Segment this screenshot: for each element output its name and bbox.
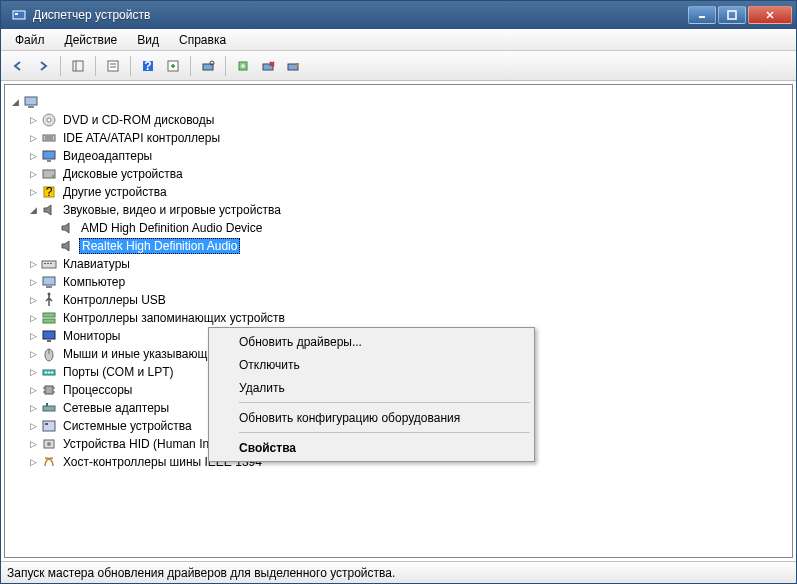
svg-rect-44	[47, 340, 51, 342]
expand-icon[interactable]: ▷	[27, 366, 39, 378]
scan-hardware-button[interactable]	[197, 55, 219, 77]
svg-rect-42	[43, 319, 55, 323]
disable-button[interactable]	[282, 55, 304, 77]
category-icon	[41, 112, 57, 128]
menu-action[interactable]: Действие	[57, 31, 126, 49]
expand-icon[interactable]: ▷	[27, 150, 39, 162]
svg-rect-56	[43, 406, 55, 411]
expand-icon[interactable]: ▷	[27, 312, 39, 324]
category-label[interactable]: Мониторы	[61, 329, 122, 343]
tree-root[interactable]: ◢	[9, 93, 788, 111]
category-label[interactable]: Системные устройства	[61, 419, 194, 433]
show-hide-tree-button[interactable]	[67, 55, 89, 77]
category-icon	[41, 166, 57, 182]
expand-icon[interactable]: ▷	[27, 132, 39, 144]
expand-icon[interactable]: ▷	[27, 114, 39, 126]
svg-rect-38	[43, 277, 55, 285]
sound-icon	[59, 220, 75, 236]
device-node[interactable]: AMD High Definition Audio Device	[9, 219, 788, 237]
minimize-button[interactable]	[688, 6, 716, 24]
context-menu-item[interactable]: Удалить	[211, 376, 532, 399]
expand-icon[interactable]: ▷	[27, 168, 39, 180]
category-label[interactable]: Порты (COM и LPT)	[61, 365, 176, 379]
device-manager-window: Диспетчер устройств Файл Действие Вид Сп…	[0, 0, 797, 584]
expand-icon[interactable]: ▷	[27, 402, 39, 414]
expand-icon[interactable]: ▷	[27, 384, 39, 396]
svg-rect-37	[50, 263, 52, 264]
collapse-icon[interactable]: ◢	[9, 96, 21, 108]
category-label[interactable]: Видеоадаптеры	[61, 149, 154, 163]
device-node[interactable]: Realtek High Definition Audio	[9, 237, 788, 255]
category-icon	[41, 454, 57, 470]
expand-icon[interactable]: ▷	[27, 186, 39, 198]
category-node[interactable]: ◢Звуковые, видео и игровые устройства	[9, 201, 788, 219]
category-label[interactable]: DVD и CD-ROM дисководы	[61, 113, 216, 127]
back-button[interactable]	[7, 55, 29, 77]
device-tree[interactable]: ◢▷DVD и CD-ROM дисководы▷IDE ATA/ATAPI к…	[4, 84, 793, 558]
category-icon	[41, 364, 57, 380]
statusbar: Запуск мастера обновления драйверов для …	[1, 561, 796, 583]
context-menu-item[interactable]: Отключить	[211, 353, 532, 376]
category-label[interactable]: Клавиатуры	[61, 257, 132, 271]
svg-rect-43	[43, 331, 55, 339]
close-button[interactable]	[748, 6, 792, 24]
svg-rect-28	[43, 151, 55, 159]
category-node[interactable]: ▷Видеоадаптеры	[9, 147, 788, 165]
category-icon	[41, 148, 57, 164]
category-label[interactable]: Контроллеры USB	[61, 293, 168, 307]
category-node[interactable]: ▷Компьютер	[9, 273, 788, 291]
svg-rect-0	[13, 11, 25, 19]
category-icon	[41, 436, 57, 452]
category-label[interactable]: Процессоры	[61, 383, 135, 397]
svg-rect-22	[28, 106, 34, 108]
category-node[interactable]: ▷Клавиатуры	[9, 255, 788, 273]
expand-icon[interactable]: ▷	[27, 294, 39, 306]
category-node[interactable]: ▷Дисковые устройства	[9, 165, 788, 183]
uninstall-button[interactable]	[257, 55, 279, 77]
expand-icon[interactable]: ▷	[27, 330, 39, 342]
forward-button[interactable]	[32, 55, 54, 77]
category-label[interactable]: Компьютер	[61, 275, 127, 289]
category-node[interactable]: ▷?Другие устройства	[9, 183, 788, 201]
expand-icon[interactable]: ▷	[27, 276, 39, 288]
help-button[interactable]: ?	[137, 55, 159, 77]
category-node[interactable]: ▷DVD и CD-ROM дисководы	[9, 111, 788, 129]
context-menu: Обновить драйверы...ОтключитьУдалитьОбно…	[208, 327, 535, 462]
expand-icon[interactable]: ▷	[27, 456, 39, 468]
device-label[interactable]: Realtek High Definition Audio	[79, 238, 240, 254]
category-label[interactable]: Другие устройства	[61, 185, 169, 199]
category-label[interactable]: Дисковые устройства	[61, 167, 185, 181]
svg-rect-25	[43, 135, 55, 141]
maximize-button[interactable]	[718, 6, 746, 24]
device-label[interactable]: AMD High Definition Audio Device	[79, 221, 264, 235]
expand-icon[interactable]: ▷	[27, 420, 39, 432]
category-label[interactable]: Звуковые, видео и игровые устройства	[61, 203, 283, 217]
titlebar[interactable]: Диспетчер устройств	[1, 1, 796, 29]
category-node[interactable]: ▷Контроллеры USB	[9, 291, 788, 309]
properties-button[interactable]	[102, 55, 124, 77]
svg-rect-59	[45, 423, 48, 425]
collapse-icon[interactable]: ◢	[27, 204, 39, 216]
expand-icon[interactable]: ▷	[27, 348, 39, 360]
action-button[interactable]	[162, 55, 184, 77]
menu-help[interactable]: Справка	[171, 31, 234, 49]
svg-text:?: ?	[46, 185, 53, 199]
expand-icon[interactable]: ▷	[27, 258, 39, 270]
menu-view[interactable]: Вид	[129, 31, 167, 49]
svg-rect-1	[15, 13, 18, 15]
category-label[interactable]: IDE ATA/ATAPI контроллеры	[61, 131, 222, 145]
svg-point-49	[48, 372, 50, 374]
category-label[interactable]: Сетевые адаптеры	[61, 401, 171, 415]
category-label[interactable]: Контроллеры запоминающих устройств	[61, 311, 287, 325]
svg-rect-51	[45, 386, 53, 394]
update-driver-button[interactable]	[232, 55, 254, 77]
expand-icon[interactable]: ▷	[27, 438, 39, 450]
context-menu-item[interactable]: Обновить конфигурацию оборудования	[211, 406, 532, 429]
category-node[interactable]: ▷Контроллеры запоминающих устройств	[9, 309, 788, 327]
context-menu-item[interactable]: Обновить драйверы...	[211, 330, 532, 353]
menu-file[interactable]: Файл	[7, 31, 53, 49]
category-icon	[41, 346, 57, 362]
context-menu-item[interactable]: Свойства	[211, 436, 532, 459]
category-node[interactable]: ▷IDE ATA/ATAPI контроллеры	[9, 129, 788, 147]
svg-point-50	[51, 372, 53, 374]
